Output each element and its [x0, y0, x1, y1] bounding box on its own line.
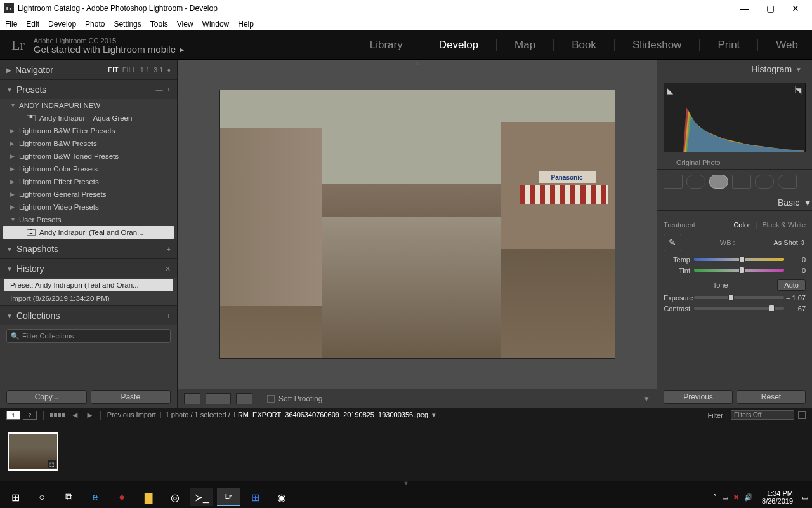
- presets-panel-header[interactable]: ▼ Presets — +: [0, 80, 177, 99]
- brand-line2[interactable]: Get started with Lightroom mobile: [34, 45, 176, 54]
- grid-view-icon[interactable]: [50, 413, 65, 417]
- breadcrumb[interactable]: Previous Import: [107, 411, 156, 419]
- filter-lock-icon[interactable]: [798, 411, 806, 419]
- basic-panel-header[interactable]: Basic ▼: [657, 194, 812, 211]
- app-icon-3[interactable]: ⊞: [244, 488, 266, 506]
- snapshots-panel-header[interactable]: ▼ Snapshots +: [0, 239, 177, 258]
- menu-settings[interactable]: Settings: [114, 20, 141, 29]
- menu-develop[interactable]: Develop: [48, 20, 76, 29]
- file-explorer-icon[interactable]: ▇: [137, 488, 160, 506]
- volume-icon[interactable]: 🔊: [744, 493, 753, 502]
- toolbar-menu-icon[interactable]: ▼: [643, 394, 650, 403]
- plus-icon[interactable]: +: [167, 245, 171, 253]
- clip-shadows-icon[interactable]: ◣: [667, 86, 674, 93]
- menu-window[interactable]: Window: [202, 20, 230, 29]
- history-item[interactable]: Import (8/26/2019 1:34:20 PM): [4, 292, 173, 305]
- display-1[interactable]: 1: [6, 411, 20, 420]
- redeye-tool[interactable]: [709, 175, 728, 189]
- module-web[interactable]: Web: [773, 39, 801, 51]
- menu-edit[interactable]: Edit: [26, 20, 39, 29]
- contrast-slider[interactable]: Contrast + 67: [664, 303, 806, 314]
- start-button[interactable]: ⊞: [4, 488, 27, 506]
- zoom-fill[interactable]: FILL: [122, 66, 136, 74]
- histogram[interactable]: ◣ ◥: [664, 83, 806, 152]
- terminal-icon[interactable]: ≻_: [190, 488, 213, 506]
- minimize-button[interactable]: —: [732, 0, 757, 17]
- close-button[interactable]: ✕: [783, 0, 808, 17]
- history-panel-header[interactable]: ▼ History ✕: [0, 259, 177, 278]
- filter-dropdown[interactable]: Filters Off: [731, 410, 794, 420]
- preset-group[interactable]: ▶Lightroom Effect Presets: [0, 175, 177, 188]
- before-after-tb-icon[interactable]: [236, 393, 252, 404]
- preset-group[interactable]: ▼ANDY INDRAPURI NEW: [0, 99, 177, 112]
- notifications-icon[interactable]: ▭: [802, 493, 808, 502]
- previous-button[interactable]: Previous: [664, 390, 733, 404]
- preset-group[interactable]: ▶Lightroom General Presets: [0, 188, 177, 201]
- current-filename[interactable]: LRM_EXPORT_36406340760609_20190825_19300…: [234, 411, 428, 419]
- history-item[interactable]: Preset: Andy Indrapuri (Teal and Oran...: [4, 279, 173, 291]
- module-print[interactable]: Print: [715, 39, 742, 51]
- preset-item[interactable]: ≣Andy Indrapuri - Aqua Green: [0, 112, 177, 124]
- histogram-panel-header[interactable]: Histogram ▼: [657, 60, 812, 79]
- module-library[interactable]: Library: [367, 39, 405, 51]
- radial-filter-tool[interactable]: [755, 175, 774, 189]
- preset-group[interactable]: ▶Lightroom Video Presets: [0, 201, 177, 213]
- adjustment-brush-tool[interactable]: [778, 175, 797, 189]
- edge-icon[interactable]: e: [84, 488, 107, 506]
- treatment-color[interactable]: Color: [733, 221, 750, 229]
- module-develop[interactable]: Develop: [436, 39, 481, 51]
- spot-removal-tool[interactable]: [686, 175, 705, 189]
- menu-help[interactable]: Help: [238, 20, 254, 29]
- task-view-icon[interactable]: ⧉: [57, 488, 80, 506]
- chevron-right-icon[interactable]: ▸: [180, 45, 185, 54]
- graduated-filter-tool[interactable]: [732, 175, 751, 189]
- chrome-icon[interactable]: ◉: [270, 488, 293, 506]
- clip-highlights-icon[interactable]: ◥: [795, 86, 802, 93]
- app-icon-2[interactable]: ◎: [164, 488, 187, 506]
- nav-forward-icon[interactable]: ►: [86, 410, 94, 420]
- before-after-lr-icon[interactable]: [206, 393, 231, 404]
- filter-collections-input[interactable]: 🔍 Filter Collections: [6, 329, 171, 343]
- exposure-slider[interactable]: Exposure – 1.07: [664, 292, 806, 303]
- treatment-bw[interactable]: Black & White: [763, 221, 806, 229]
- zoom-1-1[interactable]: 1:1: [140, 66, 150, 74]
- network-icon[interactable]: ✖: [733, 493, 739, 502]
- tint-slider[interactable]: Tint 0: [664, 265, 806, 276]
- module-map[interactable]: Map: [512, 39, 538, 51]
- cortana-icon[interactable]: ○: [30, 488, 53, 506]
- copy-button[interactable]: Copy...: [6, 390, 87, 404]
- soft-proofing-checkbox[interactable]: [267, 395, 275, 403]
- menu-view[interactable]: View: [177, 20, 193, 29]
- navigator-panel-header[interactable]: ▶ Navigator FIT FILL 1:1 3:1 ♦: [0, 60, 177, 79]
- nav-back-icon[interactable]: ◄: [71, 410, 79, 420]
- app-icon[interactable]: ●: [110, 488, 133, 506]
- module-book[interactable]: Book: [569, 39, 599, 51]
- close-icon[interactable]: ✕: [165, 265, 171, 273]
- zoom-menu-icon[interactable]: ♦: [167, 66, 171, 74]
- panel-collapse-bottom-icon[interactable]: ▼: [403, 480, 409, 486]
- display-2[interactable]: 2: [23, 411, 37, 420]
- white-balance-picker-icon[interactable]: ✎: [664, 234, 681, 251]
- filmstrip-scrollbar[interactable]: ▼: [0, 481, 812, 486]
- original-photo-checkbox[interactable]: [665, 159, 672, 166]
- module-slideshow[interactable]: Slideshow: [630, 39, 684, 51]
- filmstrip-thumbnail[interactable]: ⬚: [8, 432, 58, 471]
- lightroom-taskbar-icon[interactable]: Lr: [217, 488, 240, 506]
- crop-tool[interactable]: [664, 175, 683, 189]
- temp-slider[interactable]: Temp 0: [664, 254, 806, 265]
- collections-panel-header[interactable]: ▼ Collections +: [0, 306, 177, 325]
- auto-tone-button[interactable]: Auto: [777, 279, 806, 291]
- paste-button[interactable]: Paste: [91, 390, 171, 404]
- preset-group[interactable]: ▶Lightroom Color Presets: [0, 163, 177, 175]
- preset-group[interactable]: ▶Lightroom B&W Filter Presets: [0, 124, 177, 137]
- menu-photo[interactable]: Photo: [85, 20, 105, 29]
- preset-group[interactable]: ▶Lightroom B&W Toned Presets: [0, 150, 177, 163]
- loupe-view-icon[interactable]: [184, 393, 200, 404]
- menu-tools[interactable]: Tools: [150, 20, 168, 29]
- zoom-3-1[interactable]: 3:1: [154, 66, 163, 74]
- wb-dropdown[interactable]: As Shot ⇕: [773, 239, 806, 247]
- plus-icon[interactable]: +: [167, 312, 171, 319]
- menu-file[interactable]: File: [5, 20, 17, 29]
- preset-group[interactable]: ▼User Presets: [0, 213, 177, 226]
- tray-chevron-icon[interactable]: ˄: [713, 493, 717, 502]
